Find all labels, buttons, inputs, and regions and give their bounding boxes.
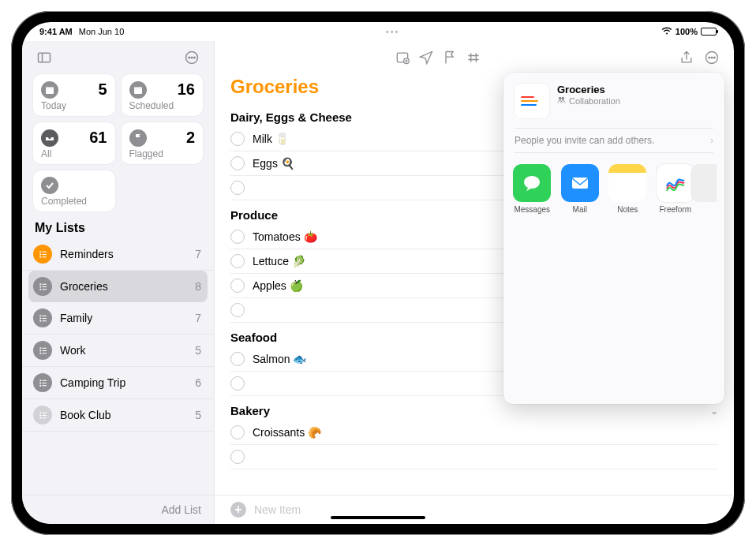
svg-point-38 — [39, 384, 41, 386]
mylists: Reminders 7 Groceries 8 Family 7 Work 5 … — [22, 238, 214, 495]
share-app-freeform[interactable]: Freeform — [657, 164, 695, 214]
more-icon[interactable] — [701, 47, 723, 69]
svg-point-10 — [39, 251, 41, 252]
people-icon — [557, 95, 566, 106]
reminder-title: Croissants 🥐 — [253, 426, 321, 439]
svg-point-14 — [39, 256, 41, 257]
location-icon[interactable] — [415, 47, 437, 69]
svg-rect-7 — [46, 87, 54, 88]
checkbox[interactable] — [230, 303, 245, 317]
plus-icon: + — [230, 502, 246, 518]
share-app-mail[interactable]: Mail — [561, 164, 600, 214]
svg-point-12 — [39, 253, 41, 255]
calendar-icon — [41, 81, 58, 99]
add-list-button[interactable]: Add List — [22, 495, 214, 524]
share-apps-row: Messages Mail Notes Freeform — [511, 153, 717, 214]
checkbox[interactable] — [230, 254, 245, 268]
scheduled-count: 16 — [178, 80, 195, 99]
completed-label: Completed — [41, 196, 107, 207]
share-app-messages[interactable]: Messages — [513, 164, 552, 214]
list-row-book-club[interactable]: Book Club 5 — [22, 399, 214, 432]
checkbox[interactable] — [230, 450, 245, 464]
svg-point-3 — [189, 57, 190, 58]
share-permissions-button[interactable]: People you invite can add others. › — [515, 128, 713, 153]
svg-point-22 — [39, 315, 41, 316]
list-count: 7 — [195, 312, 201, 324]
section-title: Produce — [230, 208, 278, 222]
list-row-family[interactable]: Family 7 — [22, 302, 214, 335]
reminder-title: Eggs 🍳 — [253, 157, 294, 170]
reminder-title: Milk 🥛 — [253, 133, 289, 145]
new-reminder-button-icon[interactable] — [391, 47, 414, 69]
list-row-reminders[interactable]: Reminders 7 — [22, 238, 214, 271]
flagged-count: 2 — [186, 129, 195, 147]
checkbox[interactable] — [230, 181, 245, 195]
share-icon[interactable] — [676, 47, 698, 69]
all-label: All — [41, 148, 107, 159]
checkbox[interactable] — [230, 352, 245, 366]
svg-point-49 — [709, 57, 710, 58]
tag-icon[interactable] — [462, 47, 485, 69]
svg-rect-25 — [42, 317, 46, 318]
smart-all[interactable]: 61 All — [33, 122, 115, 164]
checkbox[interactable] — [230, 376, 245, 391]
svg-point-26 — [39, 320, 41, 321]
more-icon[interactable] — [181, 47, 203, 69]
ipad-frame: 9:41 AM Mon Jun 10 ••• 100% — [11, 11, 745, 535]
multitask-dots-icon[interactable]: ••• — [386, 27, 400, 36]
svg-point-54 — [524, 176, 540, 189]
share-app-more[interactable] — [704, 164, 715, 214]
reminder-item-empty[interactable] — [230, 445, 718, 469]
share-sheet: Groceries Collaboration People you invit… — [503, 73, 724, 404]
list-name: Reminders — [60, 248, 187, 260]
smart-scheduled[interactable]: 16 Scheduled — [122, 74, 204, 116]
list-name: Work — [60, 344, 187, 357]
smart-flagged[interactable]: 2 Flagged — [122, 122, 204, 164]
svg-rect-37 — [42, 382, 46, 383]
list-count: 8 — [195, 280, 201, 293]
content-toolbar — [215, 41, 734, 74]
messages-app-icon — [513, 164, 551, 202]
share-subtitle: Collaboration — [569, 96, 620, 106]
freeform-app-icon — [657, 164, 694, 202]
scheduled-label: Scheduled — [129, 100, 196, 111]
list-count: 5 — [195, 409, 201, 421]
reminder-item[interactable]: Croissants 🥐 — [230, 421, 718, 445]
svg-rect-27 — [42, 320, 46, 321]
smart-today[interactable]: 5 Today — [33, 74, 115, 116]
share-thumbnail-icon — [515, 84, 549, 118]
chevron-down-icon[interactable]: ⌄ — [710, 406, 718, 417]
list-row-work[interactable]: Work 5 — [22, 335, 214, 367]
share-title: Groceries — [557, 84, 620, 95]
list-row-groceries[interactable]: Groceries 8 — [28, 271, 208, 302]
list-name: Groceries — [60, 280, 187, 293]
new-item-button[interactable]: + New Item — [215, 495, 734, 524]
svg-point-53 — [562, 97, 565, 100]
section-title: Seafood — [230, 331, 277, 344]
svg-rect-55 — [572, 178, 588, 189]
list-icon — [33, 406, 52, 424]
checkbox[interactable] — [230, 230, 245, 244]
checkbox[interactable] — [230, 156, 245, 170]
share-app-notes[interactable]: Notes — [608, 164, 647, 214]
new-item-label: New Item — [254, 503, 301, 516]
list-row-camping-trip[interactable]: Camping Trip 6 — [22, 367, 214, 399]
checkbox[interactable] — [230, 425, 245, 439]
reminder-title: Apples 🍏 — [253, 279, 303, 292]
battery-icon — [701, 28, 717, 36]
sidebar-toggle-icon[interactable] — [33, 47, 55, 69]
checkbox[interactable] — [230, 279, 245, 293]
share-note-text: People you invite can add others. — [515, 135, 654, 146]
reminder-title: Salmon 🐟 — [253, 353, 306, 365]
list-icon — [33, 277, 52, 296]
list-count: 6 — [195, 376, 201, 389]
smart-completed[interactable]: Completed — [33, 170, 115, 211]
checkbox[interactable] — [230, 132, 245, 146]
svg-point-36 — [39, 382, 41, 383]
share-app-label: Notes — [617, 205, 638, 214]
notes-app-icon — [608, 164, 646, 202]
flag-icon[interactable] — [439, 47, 461, 69]
status-bar: 9:41 AM Mon Jun 10 ••• 100% — [22, 22, 734, 41]
reminder-title: Lettuce 🥬 — [253, 255, 305, 267]
home-indicator[interactable] — [331, 516, 425, 519]
